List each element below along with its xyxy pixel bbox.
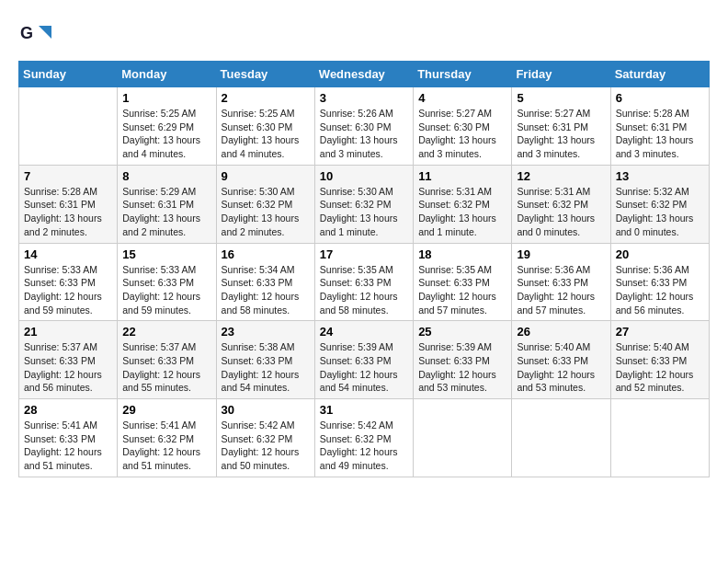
day-info: Sunrise: 5:30 AMSunset: 6:32 PMDaylight:… xyxy=(222,185,310,239)
calendar-cell: 2Sunrise: 5:25 AMSunset: 6:30 PMDaylight… xyxy=(216,87,314,166)
day-number: 20 xyxy=(616,247,704,261)
day-number: 19 xyxy=(517,247,605,261)
logo-icon: G xyxy=(18,18,51,52)
day-number: 10 xyxy=(320,169,408,183)
calendar-week-row: 7Sunrise: 5:28 AMSunset: 6:31 PMDaylight… xyxy=(19,165,710,243)
calendar-cell xyxy=(512,399,610,477)
calendar-cell: 14Sunrise: 5:33 AMSunset: 6:33 PMDayligh… xyxy=(19,243,118,321)
day-info: Sunrise: 5:40 AMSunset: 6:33 PMDaylight:… xyxy=(616,340,704,395)
day-number: 28 xyxy=(24,403,112,417)
day-number: 17 xyxy=(320,247,408,261)
day-number: 9 xyxy=(222,169,310,183)
page-header: G xyxy=(18,18,710,52)
header-wednesday: Wednesday xyxy=(314,62,413,87)
header-monday: Monday xyxy=(118,62,216,87)
logo: G xyxy=(18,18,55,52)
day-number: 25 xyxy=(418,325,506,339)
day-number: 29 xyxy=(122,403,210,417)
day-info: Sunrise: 5:32 AMSunset: 6:32 PMDaylight:… xyxy=(616,185,704,239)
day-info: Sunrise: 5:42 AMSunset: 6:32 PMDaylight:… xyxy=(320,419,408,473)
header-thursday: Thursday xyxy=(414,62,512,87)
calendar-cell: 13Sunrise: 5:32 AMSunset: 6:32 PMDayligh… xyxy=(610,165,709,243)
svg-text:G: G xyxy=(20,24,33,42)
svg-marker-1 xyxy=(39,26,51,39)
calendar-week-row: 28Sunrise: 5:41 AMSunset: 6:33 PMDayligh… xyxy=(19,399,710,477)
day-number: 11 xyxy=(418,169,506,183)
calendar-cell: 30Sunrise: 5:42 AMSunset: 6:32 PMDayligh… xyxy=(216,399,314,477)
calendar-cell: 23Sunrise: 5:38 AMSunset: 6:33 PMDayligh… xyxy=(216,321,314,399)
calendar-cell: 28Sunrise: 5:41 AMSunset: 6:33 PMDayligh… xyxy=(19,399,118,477)
calendar-cell xyxy=(610,399,709,477)
day-number: 7 xyxy=(24,169,112,183)
calendar-cell: 31Sunrise: 5:42 AMSunset: 6:32 PMDayligh… xyxy=(314,399,413,477)
day-info: Sunrise: 5:26 AMSunset: 6:30 PMDaylight:… xyxy=(320,107,408,161)
calendar-cell: 8Sunrise: 5:29 AMSunset: 6:31 PMDaylight… xyxy=(118,165,216,243)
calendar-cell xyxy=(19,87,118,166)
day-info: Sunrise: 5:31 AMSunset: 6:32 PMDaylight:… xyxy=(517,185,605,239)
day-info: Sunrise: 5:39 AMSunset: 6:33 PMDaylight:… xyxy=(320,340,408,395)
calendar-header-row: SundayMondayTuesdayWednesdayThursdayFrid… xyxy=(19,62,710,87)
calendar-cell: 9Sunrise: 5:30 AMSunset: 6:32 PMDaylight… xyxy=(216,165,314,243)
day-info: Sunrise: 5:27 AMSunset: 6:30 PMDaylight:… xyxy=(418,107,506,161)
calendar-cell: 18Sunrise: 5:35 AMSunset: 6:33 PMDayligh… xyxy=(414,243,512,321)
calendar-cell: 12Sunrise: 5:31 AMSunset: 6:32 PMDayligh… xyxy=(512,165,610,243)
day-info: Sunrise: 5:29 AMSunset: 6:31 PMDaylight:… xyxy=(122,185,210,239)
day-number: 31 xyxy=(320,403,408,417)
day-info: Sunrise: 5:35 AMSunset: 6:33 PMDaylight:… xyxy=(320,263,408,317)
day-number: 23 xyxy=(222,325,310,339)
calendar-cell: 27Sunrise: 5:40 AMSunset: 6:33 PMDayligh… xyxy=(610,321,709,399)
calendar-cell: 11Sunrise: 5:31 AMSunset: 6:32 PMDayligh… xyxy=(414,165,512,243)
day-number: 1 xyxy=(122,91,210,105)
day-info: Sunrise: 5:25 AMSunset: 6:30 PMDaylight:… xyxy=(222,107,310,161)
calendar-table: SundayMondayTuesdayWednesdayThursdayFrid… xyxy=(18,61,710,477)
day-info: Sunrise: 5:41 AMSunset: 6:32 PMDaylight:… xyxy=(122,419,210,473)
day-number: 22 xyxy=(122,325,210,339)
day-number: 18 xyxy=(418,247,506,261)
day-info: Sunrise: 5:39 AMSunset: 6:33 PMDaylight:… xyxy=(418,340,506,395)
calendar-week-row: 14Sunrise: 5:33 AMSunset: 6:33 PMDayligh… xyxy=(19,243,710,321)
day-number: 14 xyxy=(24,247,112,261)
calendar-cell: 17Sunrise: 5:35 AMSunset: 6:33 PMDayligh… xyxy=(314,243,413,321)
day-number: 4 xyxy=(418,91,506,105)
day-info: Sunrise: 5:28 AMSunset: 6:31 PMDaylight:… xyxy=(616,107,704,161)
day-number: 27 xyxy=(616,325,704,339)
day-info: Sunrise: 5:27 AMSunset: 6:31 PMDaylight:… xyxy=(517,107,605,161)
header-saturday: Saturday xyxy=(610,62,709,87)
day-info: Sunrise: 5:33 AMSunset: 6:33 PMDaylight:… xyxy=(122,263,210,317)
day-info: Sunrise: 5:36 AMSunset: 6:33 PMDaylight:… xyxy=(517,263,605,317)
calendar-cell: 29Sunrise: 5:41 AMSunset: 6:32 PMDayligh… xyxy=(118,399,216,477)
calendar-cell: 25Sunrise: 5:39 AMSunset: 6:33 PMDayligh… xyxy=(414,321,512,399)
calendar-cell: 20Sunrise: 5:36 AMSunset: 6:33 PMDayligh… xyxy=(610,243,709,321)
day-info: Sunrise: 5:31 AMSunset: 6:32 PMDaylight:… xyxy=(418,185,506,239)
day-info: Sunrise: 5:41 AMSunset: 6:33 PMDaylight:… xyxy=(24,419,112,473)
header-friday: Friday xyxy=(512,62,610,87)
day-number: 16 xyxy=(222,247,310,261)
calendar-week-row: 1Sunrise: 5:25 AMSunset: 6:29 PMDaylight… xyxy=(19,87,710,166)
calendar-cell xyxy=(414,399,512,477)
calendar-week-row: 21Sunrise: 5:37 AMSunset: 6:33 PMDayligh… xyxy=(19,321,710,399)
calendar-cell: 3Sunrise: 5:26 AMSunset: 6:30 PMDaylight… xyxy=(314,87,413,166)
day-info: Sunrise: 5:35 AMSunset: 6:33 PMDaylight:… xyxy=(418,263,506,317)
header-sunday: Sunday xyxy=(19,62,118,87)
calendar-cell: 6Sunrise: 5:28 AMSunset: 6:31 PMDaylight… xyxy=(610,87,709,166)
calendar-cell: 19Sunrise: 5:36 AMSunset: 6:33 PMDayligh… xyxy=(512,243,610,321)
day-number: 26 xyxy=(517,325,605,339)
day-info: Sunrise: 5:40 AMSunset: 6:33 PMDaylight:… xyxy=(517,340,605,395)
day-info: Sunrise: 5:33 AMSunset: 6:33 PMDaylight:… xyxy=(24,263,112,317)
day-number: 3 xyxy=(320,91,408,105)
day-info: Sunrise: 5:30 AMSunset: 6:32 PMDaylight:… xyxy=(320,185,408,239)
calendar-cell: 22Sunrise: 5:37 AMSunset: 6:33 PMDayligh… xyxy=(118,321,216,399)
calendar-cell: 21Sunrise: 5:37 AMSunset: 6:33 PMDayligh… xyxy=(19,321,118,399)
day-number: 2 xyxy=(222,91,310,105)
calendar-cell: 15Sunrise: 5:33 AMSunset: 6:33 PMDayligh… xyxy=(118,243,216,321)
calendar-cell: 26Sunrise: 5:40 AMSunset: 6:33 PMDayligh… xyxy=(512,321,610,399)
calendar-cell: 5Sunrise: 5:27 AMSunset: 6:31 PMDaylight… xyxy=(512,87,610,166)
calendar-cell: 4Sunrise: 5:27 AMSunset: 6:30 PMDaylight… xyxy=(414,87,512,166)
calendar-cell: 7Sunrise: 5:28 AMSunset: 6:31 PMDaylight… xyxy=(19,165,118,243)
day-number: 13 xyxy=(616,169,704,183)
day-info: Sunrise: 5:37 AMSunset: 6:33 PMDaylight:… xyxy=(122,340,210,395)
calendar-cell: 10Sunrise: 5:30 AMSunset: 6:32 PMDayligh… xyxy=(314,165,413,243)
day-number: 12 xyxy=(517,169,605,183)
day-number: 15 xyxy=(122,247,210,261)
day-info: Sunrise: 5:38 AMSunset: 6:33 PMDaylight:… xyxy=(222,340,310,395)
